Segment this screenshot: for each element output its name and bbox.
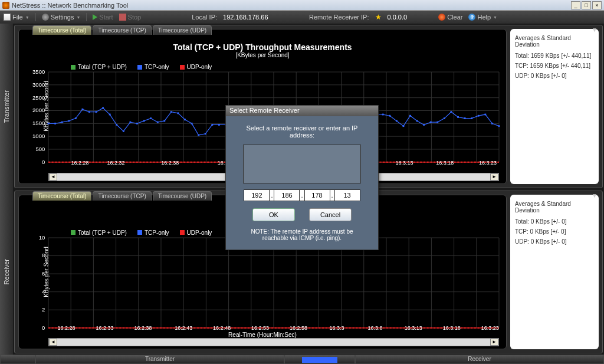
svg-rect-40	[68, 120, 70, 122]
settings-menu[interactable]: Settings▼	[42, 14, 81, 21]
svg-rect-53	[157, 122, 159, 123]
rx-tcp-stat: TCP: 0 KBps [+/- 0]	[515, 228, 594, 235]
svg-rect-60	[205, 133, 206, 135]
settings-label: Settings	[51, 14, 74, 21]
dialog-title: Select Remote Receiver	[226, 106, 378, 116]
panel-menu-icon[interactable]: ▼	[592, 192, 598, 199]
select-remote-receiver-dialog: Select Remote Receiver Select a remote r…	[225, 105, 379, 250]
tab-timecourse-total[interactable]: Timecourse (Total)	[32, 25, 91, 35]
app-icon	[2, 2, 9, 9]
svg-rect-42	[81, 109, 83, 110]
scroll-right-icon[interactable]: ►	[490, 339, 498, 346]
transmitter-vtab[interactable]: Transmitter	[0, 24, 13, 189]
svg-rect-89	[402, 125, 404, 127]
svg-rect-50	[136, 123, 138, 124]
svg-rect-51	[143, 120, 145, 122]
svg-rect-98	[464, 117, 466, 119]
svg-rect-41	[75, 117, 77, 119]
svg-text:6: 6	[42, 270, 45, 276]
cancel-button[interactable]: Cancel	[309, 208, 352, 221]
clear-icon	[438, 14, 445, 21]
rx-xlabel: Real-Time (Hour:Min:Sec)	[19, 332, 506, 338]
help-menu[interactable]: ?Help▼	[468, 14, 497, 21]
status-bar: Transmitter Receiver	[0, 355, 604, 364]
svg-text:3000: 3000	[32, 81, 45, 88]
svg-rect-38	[54, 123, 56, 124]
maximize-button[interactable]: □	[582, 1, 591, 9]
ip-octet-3[interactable]	[304, 189, 330, 201]
svg-rect-87	[389, 115, 390, 117]
minimize-button[interactable]: _	[571, 1, 580, 9]
svg-rect-91	[416, 120, 418, 122]
tab-timecourse-udp[interactable]: Timecourse (UDP)	[153, 25, 212, 35]
status-receiver: Receiver	[355, 355, 604, 364]
tab-timecourse-tcp[interactable]: Timecourse (TCP)	[93, 191, 151, 201]
svg-rect-99	[471, 117, 472, 119]
help-icon: ?	[468, 14, 475, 21]
stop-label: Stop	[128, 14, 142, 21]
window-titlebar: NetStress :: Network Benchmarking Tool _…	[0, 0, 604, 11]
stop-button: Stop	[119, 14, 142, 21]
ip-octet-2[interactable]	[274, 189, 300, 201]
rx-stats-box: Averages & Standard Deviation Total: 0 K…	[510, 195, 599, 350]
svg-rect-39	[61, 122, 63, 123]
close-button[interactable]: ×	[592, 1, 602, 9]
svg-rect-62	[218, 124, 220, 126]
ip-octet-1[interactable]	[244, 189, 270, 201]
remote-ip-value[interactable]: 0.0.0.0	[388, 14, 408, 21]
tx-stats-box: Averages & Standard Deviation Total: 165…	[510, 29, 599, 184]
tx-udp-stat: UDP: 0 KBps [+/- 0]	[515, 73, 594, 79]
panel-menu-icon[interactable]: ▼	[592, 27, 598, 33]
rx-stats-heading: Averages & Standard Deviation	[515, 201, 594, 214]
svg-rect-102	[491, 123, 493, 124]
svg-text:10: 10	[39, 234, 45, 240]
svg-rect-44	[96, 111, 97, 113]
tx-chart-title: Total (TCP + UDP) Throughput Measurement…	[19, 42, 506, 58]
tab-timecourse-tcp[interactable]: Timecourse (TCP)	[93, 25, 151, 35]
tab-timecourse-total[interactable]: Timecourse (Total)	[32, 191, 91, 201]
file-label: File	[12, 14, 23, 21]
svg-rect-88	[396, 120, 398, 122]
file-icon	[4, 14, 11, 21]
tx-legend: Total (TCP + UDP)TCP-onlyUDP-only	[71, 64, 212, 70]
svg-rect-103	[498, 125, 500, 127]
svg-text:1500: 1500	[32, 120, 45, 126]
local-ip-label: Local IP:	[192, 14, 217, 21]
star-icon[interactable]: ★	[375, 13, 382, 21]
dialog-note-1: NOTE: The remote IP address must be	[234, 228, 370, 235]
file-menu[interactable]: File▼	[4, 14, 29, 21]
svg-rect-96	[451, 111, 452, 113]
ok-button[interactable]: OK	[252, 208, 295, 221]
svg-rect-58	[191, 123, 193, 124]
svg-rect-46	[109, 114, 111, 116]
chevron-down-icon: ▼	[76, 15, 80, 19]
svg-rect-49	[129, 122, 131, 123]
svg-rect-54	[163, 120, 165, 122]
svg-text:2: 2	[42, 306, 45, 313]
clear-label: Clear	[447, 14, 462, 21]
rx-plot-area: 0246810	[48, 238, 499, 328]
svg-rect-56	[178, 112, 179, 114]
help-label: Help	[477, 14, 491, 21]
scroll-left-icon[interactable]: ◄	[49, 339, 57, 346]
svg-text:2500: 2500	[32, 94, 45, 101]
svg-rect-48	[123, 130, 124, 132]
svg-rect-61	[211, 124, 213, 126]
svg-rect-47	[116, 124, 117, 126]
rx-scrollbar[interactable]: ◄ ►	[48, 338, 499, 346]
clear-button[interactable]: Clear	[438, 14, 462, 21]
scroll-left-icon[interactable]: ◄	[49, 173, 57, 181]
scroll-right-icon[interactable]: ►	[490, 173, 498, 181]
tx-total-stat: Total: 1659 KBps [+/- 440,11]	[515, 53, 594, 59]
svg-rect-97	[457, 116, 459, 118]
svg-rect-90	[409, 115, 411, 117]
svg-rect-55	[170, 111, 172, 113]
receiver-vtab[interactable]: Receiver	[0, 189, 13, 355]
tab-timecourse-udp[interactable]: Timecourse (UDP)	[153, 191, 212, 201]
tx-tcp-stat: TCP: 1659 KBps [+/- 440,11]	[515, 63, 594, 69]
ip-octet-4[interactable]	[334, 189, 360, 201]
status-transmitter: Transmitter	[35, 355, 284, 364]
receiver-listbox[interactable]	[243, 145, 361, 183]
svg-rect-43	[88, 111, 90, 113]
local-ip-value: 192.168.178.66	[223, 14, 268, 21]
